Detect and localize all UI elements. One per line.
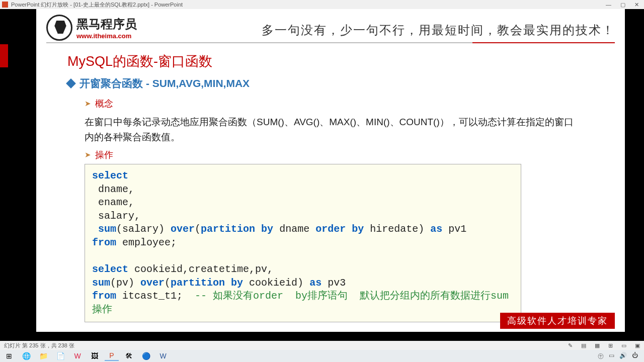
logo-text-en: www.itheima.com [76, 32, 137, 40]
slide-title: MySQL的函数-窗口函数 [67, 52, 212, 70]
pen-icon[interactable]: ✎ [568, 342, 573, 348]
slideshow-area[interactable]: 黑马程序员 www.itheima.com 多一句没有，少一句不行，用最短时间，… [0, 9, 644, 338]
powerpoint-taskbar-icon[interactable]: P [105, 351, 119, 361]
slide: 黑马程序员 www.itheima.com 多一句没有，少一句不行，用最短时间，… [36, 9, 625, 332]
minimize-button[interactable]: — [606, 2, 611, 8]
normal-view-icon[interactable]: ▦ [595, 342, 600, 348]
section-heading: 开窗聚合函数 - SUM,AVG,MIN,MAX [67, 76, 250, 90]
app-icon[interactable]: 🔵 [139, 351, 153, 361]
footer-badge: 高级软件人才培训专家 [500, 313, 615, 329]
tray-power-icon[interactable]: ⏻ [632, 352, 638, 360]
slide-counter: 幻灯片 第 235 张，共 238 张 [4, 342, 74, 349]
window-titlebar: PowerPoint 幻灯片放映 - [01-史上最全的SQL教程2.pptx]… [0, 0, 644, 9]
reading-view-icon[interactable]: ▭ [621, 342, 626, 348]
start-button[interactable]: ⊞ [2, 351, 16, 361]
tray-icon[interactable]: ㊉ [598, 352, 604, 360]
word-icon[interactable]: W [156, 351, 170, 361]
diamond-icon [66, 78, 76, 88]
header-underline [46, 42, 615, 43]
browser-icon[interactable]: 🖼 [88, 351, 102, 361]
logo: 黑马程序员 www.itheima.com [46, 15, 137, 41]
concept-heading: ➤ 概念 [85, 98, 113, 110]
wps-icon[interactable]: W [70, 351, 85, 361]
concept-body: 在窗口中每条记录动态地应用聚合函数（SUM()、AVG()、MAX()、MIN(… [85, 115, 575, 145]
arrow-icon: ➤ [85, 150, 91, 159]
concept-label: 概念 [95, 98, 113, 110]
slide-header: 黑马程序员 www.itheima.com 多一句没有，少一句不行，用最短时间，… [46, 13, 615, 42]
code-block: select dname, ename, salary, sum(salary)… [85, 164, 521, 322]
sorter-view-icon[interactable]: ⊞ [608, 342, 613, 348]
tray-volume-icon[interactable]: 🔊 [619, 352, 627, 360]
arrow-icon: ➤ [85, 99, 91, 108]
restore-button[interactable]: ▢ [620, 2, 625, 8]
explorer-icon[interactable]: 📁 [36, 351, 50, 361]
section-heading-main: 开窗聚合函数 [79, 76, 143, 90]
system-tray[interactable]: ㊉ ▭ 🔊 ⏻ [598, 352, 642, 360]
chrome-icon[interactable]: 🌐 [19, 351, 33, 361]
menu-icon[interactable]: ▤ [581, 342, 586, 348]
notepad-icon[interactable]: 📄 [53, 351, 67, 361]
logo-text-cn: 黑马程序员 [76, 16, 137, 32]
operation-label: 操作 [95, 149, 113, 161]
status-bar: 幻灯片 第 235 张，共 238 张 ✎ ▤ ▦ ⊞ ▭ ▣ [0, 341, 644, 350]
tray-icon[interactable]: ▭ [609, 352, 614, 360]
taskbar[interactable]: ⊞ 🌐 📁 📄 W 🖼 P 🛠 🔵 W ㊉ ▭ 🔊 ⏻ [0, 350, 644, 362]
powerpoint-icon [2, 2, 8, 8]
slogan: 多一句没有，少一句不行，用最短时间，教会最实用的技术！ [262, 22, 615, 38]
tool-icon[interactable]: 🛠 [122, 351, 136, 361]
slideshow-view-icon[interactable]: ▣ [635, 342, 640, 348]
window-title: PowerPoint 幻灯片放映 - [01-史上最全的SQL教程2.pptx]… [11, 1, 606, 9]
close-button[interactable]: ✕ [634, 2, 639, 8]
logo-icon [46, 15, 72, 41]
red-side-tab [0, 44, 8, 67]
section-heading-suffix: - SUM,AVG,MIN,MAX [146, 77, 250, 89]
operation-heading: ➤ 操作 [85, 149, 113, 161]
status-icons[interactable]: ✎ ▤ ▦ ⊞ ▭ ▣ [561, 342, 640, 349]
